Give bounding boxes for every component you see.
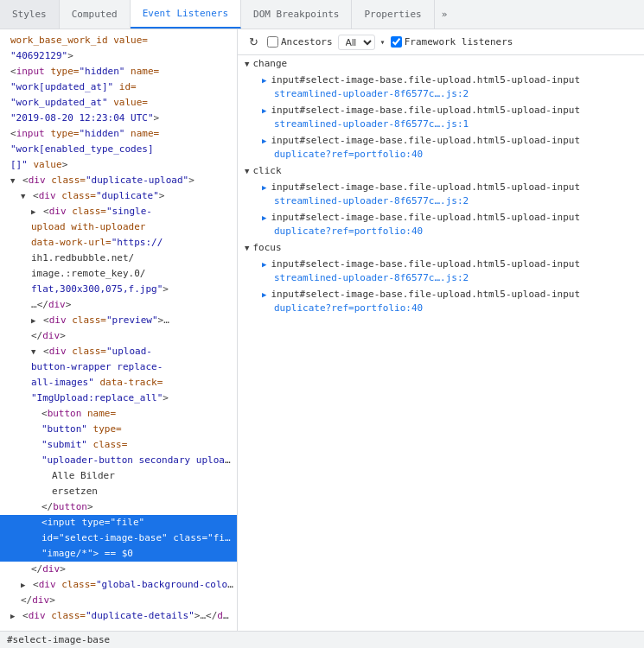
event-link[interactable]: duplicate?ref=portfolio:40 — [274, 226, 423, 237]
dom-line[interactable]: upload with-uploader — [0, 219, 237, 235]
event-link[interactable]: streamlined-uploader-8f6577c….js:1 — [274, 118, 469, 130]
event-selector: input#select-image-base.file-upload.html… — [271, 288, 580, 301]
event-selector: input#select-image-base.file-upload.html… — [271, 211, 580, 224]
tab-event-listeners[interactable]: Event Listeners — [131, 0, 241, 29]
events-toolbar: ↻ Ancestors All ▾ Framework listeners — [238, 29, 644, 55]
event-link[interactable]: duplicate?ref=portfolio:40 — [274, 149, 423, 160]
tab-styles[interactable]: Styles — [0, 0, 60, 29]
dom-line-selected[interactable]: <input type="file" — [0, 515, 237, 530]
framework-label: Framework listeners — [405, 36, 513, 48]
dom-line[interactable]: <input type="hidden" name= — [0, 64, 237, 79]
events-panel: ↻ Ancestors All ▾ Framework listeners ▼ … — [238, 29, 644, 631]
arrow-icon: ▶ — [262, 289, 266, 302]
dom-panel: work_base_work_id value= "40692129"> <in… — [0, 29, 238, 631]
ancestors-label: Ancestors — [281, 36, 333, 48]
dom-line[interactable]: "2019-08-20 12:23:04 UTC"> — [0, 111, 237, 126]
dom-line[interactable]: ▼ <div class="duplicate"> — [0, 188, 237, 204]
dom-line[interactable]: ▼ <div class="upload- — [0, 344, 237, 359]
dom-line[interactable]: data-work-url="https:// — [0, 235, 237, 251]
dom-line-selected[interactable]: "image/*"> == $0 — [0, 546, 237, 562]
dom-line[interactable]: all-images" data-track= — [0, 375, 237, 391]
dom-line[interactable]: image.:remote_key.0/ — [0, 266, 237, 282]
dom-line-selected[interactable]: id="select-image-base" class="file-uploa… — [0, 530, 237, 546]
dom-line[interactable]: ▼ <div class="duplicate-upload"> — [0, 173, 237, 188]
event-item: ▶ input#select-image-base.file-upload.ht… — [238, 102, 644, 132]
dom-line[interactable]: ▶ <div class="global-background-color-se… — [0, 577, 237, 593]
dom-line[interactable]: button-wrapper replace- — [0, 359, 237, 375]
status-bar: #select-image-base — [0, 631, 644, 648]
event-group-click: ▼ click ▶ input#select-image-base.file-u… — [238, 162, 644, 239]
arrow-icon: ▶ — [262, 181, 266, 194]
dom-line[interactable]: ih1.redbubble.net/ — [0, 251, 237, 266]
ancestors-checkbox[interactable] — [267, 36, 278, 48]
event-link[interactable]: streamlined-uploader-8f6577c….js:2 — [274, 195, 469, 206]
dom-line[interactable]: "work[updated_at]" id= — [0, 79, 237, 95]
event-link[interactable]: streamlined-uploader-8f6577c….js:2 — [274, 88, 469, 99]
dom-line[interactable]: </div> — [0, 593, 237, 608]
dom-line[interactable]: Alle Bilder — [0, 468, 237, 484]
dom-line[interactable]: <input type="hidden" name= — [0, 126, 237, 142]
ancestors-checkbox-wrap: Ancestors — [267, 36, 333, 48]
event-item: ▶ input#select-image-base.file-upload.ht… — [238, 72, 644, 102]
tab-dom-breakpoints[interactable]: DOM Breakpoints — [241, 0, 352, 29]
dom-line[interactable]: flat,300x300,075,f.jpg"> — [0, 282, 237, 297]
status-selector: #select-image-base — [7, 634, 110, 645]
dom-line[interactable]: "button" type= — [0, 422, 237, 437]
click-label: click — [252, 165, 281, 176]
dom-line[interactable]: "work_updated_at" value= — [0, 95, 237, 111]
dom-line[interactable]: []" value> — [0, 157, 237, 173]
dom-line[interactable]: "40692129"> — [0, 48, 237, 64]
arrow-icon: ▶ — [262, 258, 266, 271]
dom-line[interactable]: ▶ <div class="duplicate-details">…</div> — [0, 608, 237, 624]
event-group-header-change[interactable]: ▼ change — [238, 55, 644, 72]
event-item: ▶ input#select-image-base.file-upload.ht… — [238, 209, 644, 239]
main-content: work_base_work_id value= "40692129"> <in… — [0, 29, 644, 631]
event-selector: input#select-image-base.file-upload.html… — [271, 257, 580, 270]
tab-computed[interactable]: Computed — [60, 0, 131, 29]
dom-line[interactable]: ▶ <div class="preview">… — [0, 313, 237, 328]
focus-label: focus — [252, 242, 281, 253]
change-label: change — [252, 58, 287, 69]
dom-line[interactable]: "ImgUpload:replace_all"> — [0, 391, 237, 406]
dom-line[interactable]: "submit" class= — [0, 437, 237, 453]
refresh-button[interactable]: ↻ — [245, 34, 262, 51]
event-group-change: ▼ change ▶ input#select-image-base.file-… — [238, 55, 644, 162]
dom-line[interactable]: "work[enabled_type_codes] — [0, 142, 237, 157]
arrow-icon: ▶ — [262, 105, 266, 118]
framework-checkbox[interactable] — [391, 36, 402, 48]
dom-line[interactable]: ersetzen — [0, 484, 237, 499]
event-item: ▶ input#select-image-base.file-upload.ht… — [238, 286, 644, 316]
dom-line[interactable]: <button name= — [0, 406, 237, 422]
dom-line[interactable]: </div> — [0, 562, 237, 577]
event-selector: input#select-image-base.file-upload.html… — [271, 73, 580, 86]
event-group-focus: ▼ focus ▶ input#select-image-base.file-u… — [238, 239, 644, 316]
dom-line[interactable]: </div> — [0, 328, 237, 344]
tab-overflow[interactable]: » — [435, 0, 455, 29]
tab-bar: Styles Computed Event Listeners DOM Brea… — [0, 0, 644, 29]
event-link[interactable]: duplicate?ref=portfolio:40 — [274, 302, 423, 314]
event-selector: input#select-image-base.file-upload.html… — [271, 134, 580, 147]
dom-line[interactable]: …</div> — [0, 297, 237, 313]
dom-line[interactable]: ▶ <div class="single- — [0, 204, 237, 219]
event-item: ▶ input#select-image-base.file-upload.ht… — [238, 179, 644, 209]
event-group-header-focus[interactable]: ▼ focus — [238, 239, 644, 256]
event-selector: input#select-image-base.file-upload.html… — [271, 181, 580, 194]
arrow-icon: ▶ — [262, 135, 266, 148]
event-group-header-click[interactable]: ▼ click — [238, 162, 644, 179]
event-selector: input#select-image-base.file-upload.html… — [271, 104, 580, 117]
tab-properties[interactable]: Properties — [352, 0, 434, 29]
dom-line[interactable]: </button> — [0, 499, 237, 515]
event-item: ▶ input#select-image-base.file-upload.ht… — [238, 256, 644, 286]
framework-checkbox-wrap: Framework listeners — [391, 36, 513, 48]
event-link[interactable]: streamlined-uploader-8f6577c….js:2 — [274, 272, 469, 283]
focus-expand-icon: ▼ — [245, 244, 249, 252]
arrow-icon: ▶ — [262, 212, 266, 225]
change-expand-icon: ▼ — [245, 60, 249, 68]
dom-line[interactable]: "uploader-button secondary upload-button… — [0, 453, 237, 468]
dom-line[interactable]: work_base_work_id value= — [0, 33, 237, 48]
filter-select[interactable]: All — [338, 35, 375, 50]
arrow-icon: ▶ — [262, 74, 266, 87]
click-expand-icon: ▼ — [245, 167, 249, 175]
event-item: ▶ input#select-image-base.file-upload.ht… — [238, 132, 644, 162]
